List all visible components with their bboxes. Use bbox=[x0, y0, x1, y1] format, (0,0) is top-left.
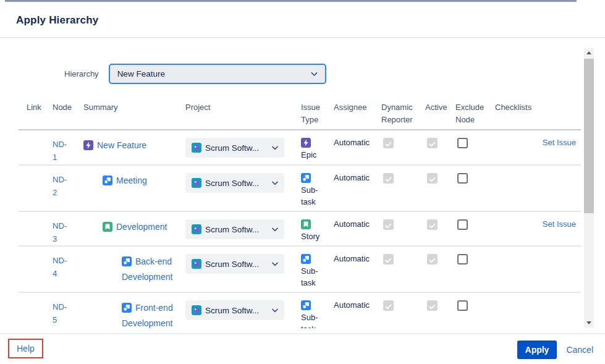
assignee-cell: Automatic bbox=[334, 130, 381, 165]
subtask-icon bbox=[301, 254, 311, 264]
set-issue-link[interactable]: Set Issue bbox=[543, 219, 576, 229]
active-checkbox bbox=[427, 173, 438, 184]
hierarchy-select[interactable]: New Feature bbox=[109, 64, 326, 84]
project-avatar bbox=[192, 259, 201, 269]
summary-cell: New Feature bbox=[83, 138, 180, 153]
hierarchy-nodes-table: LinkNodeSummaryProjectIssue TypeAssignee… bbox=[19, 96, 581, 328]
table-row: ND- 1New FeatureScrum Softw...EpicAutoma… bbox=[19, 130, 581, 165]
project-avatar bbox=[192, 305, 201, 315]
exclude-node-checkbox[interactable] bbox=[457, 254, 468, 265]
column-header-exclude-node: Exclude Node bbox=[455, 96, 495, 130]
summary-link[interactable]: Development bbox=[116, 222, 167, 232]
issue-type-label: Sub-task bbox=[301, 265, 329, 289]
triangle-down-icon bbox=[586, 321, 591, 324]
column-header-summary: Summary bbox=[83, 96, 185, 130]
scroll-up-button[interactable] bbox=[584, 48, 594, 57]
link-cell bbox=[19, 130, 53, 165]
summary-link[interactable]: Meeting bbox=[116, 176, 147, 185]
issue-type-label: Story bbox=[301, 231, 329, 242]
epic-icon bbox=[83, 140, 93, 150]
assignee-cell: Automatic bbox=[334, 165, 381, 211]
active-checkbox bbox=[427, 138, 438, 148]
issue-type-cell: Story bbox=[301, 219, 329, 242]
project-avatar bbox=[192, 178, 201, 188]
link-cell bbox=[19, 246, 53, 292]
active-checkbox bbox=[427, 254, 438, 265]
issue-type-cell: Sub-task bbox=[301, 300, 329, 328]
subtask-icon bbox=[103, 176, 112, 185]
hierarchy-select-value: New Feature bbox=[117, 69, 165, 78]
project-select[interactable]: Scrum Softw... bbox=[185, 219, 284, 239]
chevron-down-icon bbox=[311, 72, 318, 77]
project-select-value: Scrum Softw... bbox=[205, 143, 268, 153]
scroll-down-button[interactable] bbox=[584, 318, 594, 328]
project-avatar bbox=[192, 143, 201, 153]
dynamic-reporter-checkbox bbox=[383, 254, 394, 265]
column-header-assignee: Assignee bbox=[334, 96, 381, 130]
dynamic-reporter-checkbox bbox=[383, 300, 394, 311]
set-issue-link[interactable]: Set Issue bbox=[543, 138, 576, 147]
project-select[interactable]: Scrum Softw... bbox=[185, 138, 284, 158]
project-select-value: Scrum Softw... bbox=[205, 179, 268, 188]
subtask-icon bbox=[122, 256, 132, 266]
summary-cell: Front-end Development bbox=[83, 300, 180, 328]
column-header-node: Node bbox=[53, 96, 83, 130]
epic-icon bbox=[301, 138, 311, 148]
node-id-link[interactable]: ND- 1 bbox=[53, 138, 78, 164]
table-row: ND- 5Front-end DevelopmentScrum Softw...… bbox=[19, 292, 581, 328]
project-select[interactable]: Scrum Softw... bbox=[185, 254, 284, 274]
cancel-link[interactable]: Cancel bbox=[566, 345, 593, 355]
hierarchy-field-label: Hierarchy bbox=[64, 69, 99, 78]
link-cell bbox=[19, 292, 53, 328]
issue-type-label: Sub-task bbox=[301, 184, 329, 208]
dynamic-reporter-checkbox bbox=[383, 138, 394, 148]
summary-cell: Development bbox=[83, 219, 180, 235]
project-avatar bbox=[192, 224, 201, 234]
hierarchy-field-row: Hierarchy New Feature bbox=[64, 64, 605, 84]
node-id-link[interactable]: ND- 5 bbox=[53, 300, 78, 326]
chevron-down-icon bbox=[272, 181, 278, 185]
scrollbar-thumb[interactable] bbox=[584, 59, 594, 213]
chevron-down-icon bbox=[272, 262, 278, 266]
table-row: ND- 4Back-end DevelopmentScrum Softw...S… bbox=[19, 246, 581, 292]
dialog-body-scroll-area: Hierarchy New Feature LinkNodeSummaryPro… bbox=[0, 46, 605, 328]
dialog-footer: Help Apply Cancel bbox=[0, 333, 605, 364]
issue-type-label: Epic bbox=[301, 149, 329, 161]
exclude-node-checkbox[interactable] bbox=[457, 219, 468, 230]
help-link[interactable]: Help bbox=[17, 344, 35, 353]
footer-actions: Apply Cancel bbox=[517, 341, 593, 359]
link-cell bbox=[19, 211, 53, 246]
vertical-scrollbar[interactable] bbox=[584, 48, 594, 328]
dialog-title: Apply Hierarchy bbox=[0, 2, 605, 27]
triangle-up-icon bbox=[586, 51, 591, 54]
chevron-down-icon bbox=[272, 227, 278, 232]
node-id-link[interactable]: ND- 3 bbox=[53, 219, 78, 245]
summary-link[interactable]: New Feature bbox=[97, 140, 146, 150]
chevron-down-icon bbox=[272, 146, 278, 150]
apply-button[interactable]: Apply bbox=[517, 341, 557, 359]
column-header-issue-type: Issue Type bbox=[301, 96, 334, 130]
exclude-node-checkbox[interactable] bbox=[457, 138, 468, 148]
exclude-node-checkbox[interactable] bbox=[457, 300, 468, 311]
chevron-down-icon bbox=[272, 308, 278, 313]
issue-type-cell: Sub-task bbox=[301, 254, 329, 289]
column-header-project: Project bbox=[185, 96, 301, 130]
subtask-icon bbox=[301, 300, 311, 310]
column-header-link: Link bbox=[19, 96, 53, 130]
node-id-link[interactable]: ND- 4 bbox=[53, 254, 78, 280]
story-icon bbox=[103, 222, 112, 232]
project-select[interactable]: Scrum Softw... bbox=[185, 173, 284, 193]
node-id-link[interactable]: ND- 2 bbox=[53, 173, 78, 199]
story-icon bbox=[301, 219, 311, 229]
column-header-active: Active bbox=[425, 96, 455, 130]
column-header-dynamic-reporter: Dynamic Reporter bbox=[381, 96, 425, 130]
summary-cell: Back-end Development bbox=[83, 254, 180, 285]
project-select[interactable]: Scrum Softw... bbox=[185, 300, 284, 320]
issue-type-cell: Sub-task bbox=[301, 173, 329, 208]
table-row: ND- 2MeetingScrum Softw...Sub-taskAutoma… bbox=[19, 165, 581, 211]
help-highlight-box: Help bbox=[8, 339, 43, 358]
assignee-cell: Automatic bbox=[334, 292, 381, 328]
exclude-node-checkbox[interactable] bbox=[457, 173, 468, 184]
table-row: ND- 3DevelopmentScrum Softw...StoryAutom… bbox=[19, 211, 581, 246]
project-select-value: Scrum Softw... bbox=[205, 260, 268, 269]
